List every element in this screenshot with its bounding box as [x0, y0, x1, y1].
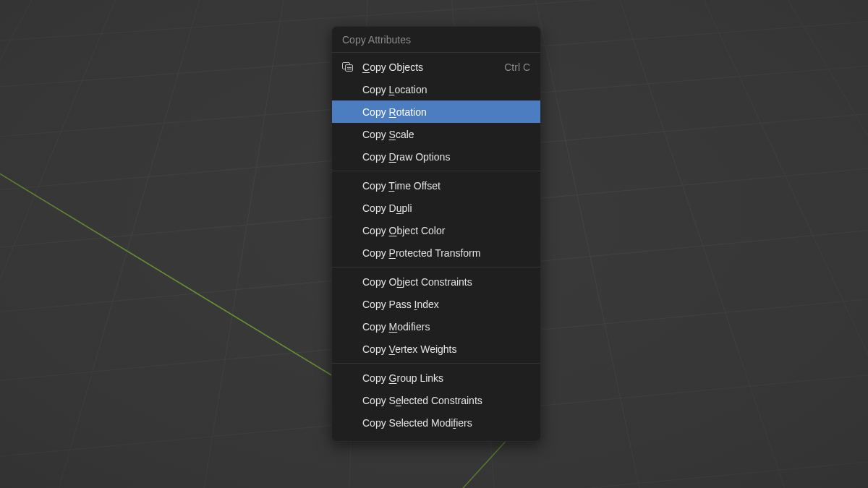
menu-item-copy-objects[interactable]: Copy ObjectsCtrl C	[332, 56, 540, 78]
menu-item-label: Copy Draw Options	[362, 150, 530, 164]
menu-item-label: Copy Object Constraints	[362, 275, 530, 289]
menu-item-copy-modifiers[interactable]: Copy Modifiers	[332, 315, 540, 338]
menu-item-copy-location[interactable]: Copy Location	[332, 78, 540, 100]
menu-section: Copy Time OffsetCopy DupliCopy Object Co…	[332, 171, 540, 267]
menu-item-copy-rotation[interactable]: Copy Rotation	[332, 100, 540, 123]
menu-item-label: Copy Rotation	[362, 105, 530, 119]
menu-section: Copy ObjectsCtrl CCopy LocationCopy Rota…	[332, 53, 540, 171]
menu-item-copy-group-links[interactable]: Copy Group Links	[332, 367, 540, 389]
menu-section: Copy Group LinksCopy Selected Constraint…	[332, 363, 540, 437]
menu-item-copy-object-color[interactable]: Copy Object Color	[332, 219, 540, 241]
menu-item-label: Copy Protected Transform	[362, 246, 530, 260]
menu-item-label: Copy Selected Modifiers	[362, 416, 530, 430]
menu-item-copy-object-constraints[interactable]: Copy Object Constraints	[332, 270, 540, 293]
menu-item-label: Copy Scale	[362, 127, 530, 142]
menu-item-copy-selected-constraints[interactable]: Copy Selected Constraints	[332, 389, 540, 411]
menu-item-label: Copy Pass Index	[362, 297, 530, 312]
context-menu-copy-attributes[interactable]: Copy Attributes Copy ObjectsCtrl CCopy L…	[331, 26, 541, 442]
menu-item-label: Copy Vertex Weights	[362, 342, 530, 356]
menu-item-label: Copy Objects	[362, 60, 504, 74]
menu-item-copy-dupli[interactable]: Copy Dupli	[332, 197, 540, 219]
menu-item-copy-time-offset[interactable]: Copy Time Offset	[332, 174, 540, 197]
copy-icon	[342, 62, 354, 72]
menu-item-copy-pass-index[interactable]: Copy Pass Index	[332, 293, 540, 315]
menu-item-copy-selected-modifiers[interactable]: Copy Selected Modifiers	[332, 411, 540, 434]
menu-item-label: Copy Group Links	[362, 371, 530, 385]
menu-item-label: Copy Modifiers	[362, 320, 530, 334]
menu-item-label: Copy Dupli	[362, 201, 530, 215]
menu-item-copy-scale[interactable]: Copy Scale	[332, 123, 540, 145]
menu-item-copy-protected-transform[interactable]: Copy Protected Transform	[332, 241, 540, 264]
copy-icon	[342, 62, 362, 72]
menu-item-copy-vertex-weights[interactable]: Copy Vertex Weights	[332, 338, 540, 360]
menu-item-shortcut: Ctrl C	[504, 60, 530, 74]
menu-item-label: Copy Selected Constraints	[362, 393, 530, 408]
menu-item-label: Copy Location	[362, 82, 530, 97]
menu-title: Copy Attributes	[332, 27, 540, 53]
menu-item-label: Copy Time Offset	[362, 179, 530, 193]
menu-item-label: Copy Object Color	[362, 223, 530, 238]
menu-section: Copy Object ConstraintsCopy Pass IndexCo…	[332, 267, 540, 363]
menu-item-copy-draw-options[interactable]: Copy Draw Options	[332, 145, 540, 168]
